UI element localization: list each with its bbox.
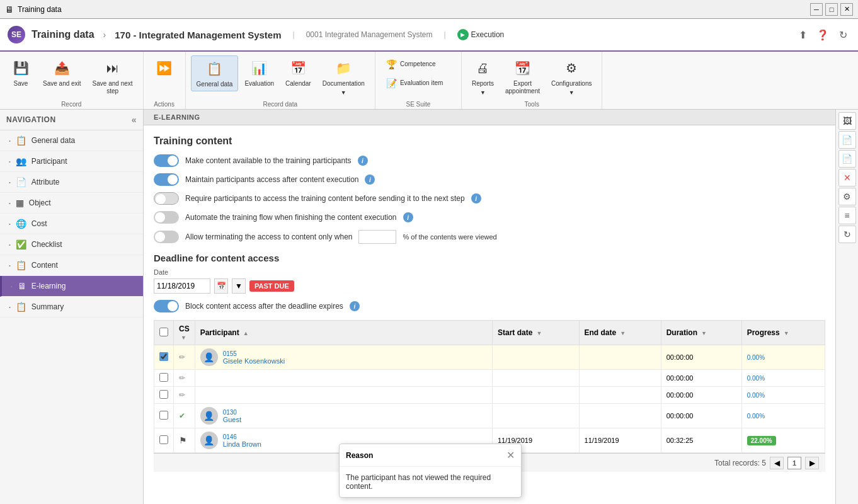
title-bar: 🖥 Training data ─ □ ✕ bbox=[0, 0, 858, 19]
table-row: ✏ 00:00:00 0.00% bbox=[154, 370, 825, 387]
row-progress-cell: 0.00% bbox=[741, 345, 825, 370]
cs-flag-icon[interactable]: ⚑ bbox=[179, 435, 187, 445]
cs-edit-icon[interactable]: ✏ bbox=[179, 391, 185, 399]
page-prev-button[interactable]: ◀ bbox=[770, 457, 784, 469]
page-next-button[interactable]: ▶ bbox=[805, 457, 819, 469]
select-all-checkbox[interactable] bbox=[159, 328, 168, 336]
rt-refresh-button[interactable]: ↻ bbox=[838, 226, 856, 243]
cs-check-icon[interactable]: ✔ bbox=[179, 411, 185, 420]
row-select-cell[interactable] bbox=[154, 404, 174, 428]
competence-button[interactable]: 🏆 Competence bbox=[380, 55, 456, 73]
toggle-require-access[interactable] bbox=[154, 192, 179, 205]
info-block-access[interactable]: i bbox=[350, 301, 360, 311]
participant-name[interactable]: Linda Brown bbox=[223, 440, 261, 448]
col-header-end-date[interactable]: End date ▼ bbox=[579, 321, 661, 345]
rt-list-button[interactable]: ≡ bbox=[838, 207, 856, 224]
sidebar-item-participant[interactable]: • 👥 Participant bbox=[0, 151, 143, 172]
info-automate-flow[interactable]: i bbox=[403, 212, 413, 222]
participant-nav-icon: 👥 bbox=[16, 156, 26, 166]
row-cs-cell[interactable]: ✏ bbox=[174, 370, 195, 387]
export-appointment-button[interactable]: 📆 Exportappointment bbox=[500, 55, 545, 98]
header-actions: ⬆ ❓ ↻ bbox=[795, 27, 850, 42]
toggle-block-access[interactable] bbox=[154, 300, 179, 312]
col-header-duration[interactable]: Duration ▼ bbox=[661, 321, 741, 345]
general-data-button[interactable]: 📋 General data bbox=[191, 55, 239, 91]
rt-close-button[interactable]: ✕ bbox=[838, 169, 856, 186]
help-button[interactable]: ❓ bbox=[815, 27, 830, 42]
save-next-button[interactable]: ⏭ Save and nextstep bbox=[88, 55, 138, 98]
toggle-make-available[interactable] bbox=[154, 154, 179, 167]
row-select-cell[interactable] bbox=[154, 345, 174, 370]
row-checkbox[interactable] bbox=[159, 352, 168, 361]
sidebar-item-summary[interactable]: • 📋 Summary bbox=[0, 297, 143, 318]
info-maintain-access[interactable]: i bbox=[365, 175, 375, 185]
participant-name[interactable]: Guest bbox=[223, 416, 241, 423]
save-exit-button[interactable]: 📤 Save and exit bbox=[38, 55, 86, 90]
date-clear-button[interactable]: ▼ bbox=[232, 278, 246, 294]
refresh-button[interactable]: ↻ bbox=[835, 27, 850, 42]
col-header-progress[interactable]: Progress ▼ bbox=[741, 321, 825, 345]
sidebar-item-attribute[interactable]: • 📄 Attribute bbox=[0, 172, 143, 193]
ribbon-record-data-label: Record data bbox=[188, 100, 372, 108]
sidebar-item-elearning[interactable]: • 🖥 E-learning bbox=[0, 276, 143, 297]
row-select-cell[interactable] bbox=[154, 428, 174, 453]
sidebar-collapse-button[interactable]: « bbox=[132, 115, 137, 125]
toggle-automate-flow[interactable] bbox=[154, 211, 179, 224]
reason-close-button[interactable]: ✕ bbox=[506, 449, 515, 461]
info-require-access[interactable]: i bbox=[471, 193, 481, 203]
evaluation-item-button[interactable]: 📝 Evaluation item bbox=[380, 74, 456, 92]
reports-button[interactable]: 🖨 Reports ▼ bbox=[467, 55, 499, 98]
toggle-allow-terminating[interactable] bbox=[154, 231, 179, 243]
sidebar-item-object[interactable]: • ▦ Object bbox=[0, 193, 143, 214]
maximize-button[interactable]: □ bbox=[825, 3, 838, 16]
percent-input[interactable] bbox=[358, 230, 396, 244]
row-checkbox[interactable] bbox=[159, 390, 168, 399]
row-progress-cell: 22.00% bbox=[741, 428, 825, 453]
evaluation-icon: 📊 bbox=[249, 58, 270, 78]
participant-name[interactable]: Gisele Kosenkowski bbox=[223, 357, 285, 365]
content-body: Training content Make content available … bbox=[144, 125, 835, 482]
cs-edit-icon[interactable]: ✏ bbox=[179, 374, 185, 382]
save-button[interactable]: 💾 Save bbox=[5, 55, 37, 90]
rt-view-button[interactable]: 🖼 bbox=[838, 112, 856, 130]
col-header-start-date[interactable]: Start date ▼ bbox=[493, 321, 580, 345]
execution-badge: ▶ Execution bbox=[457, 29, 505, 40]
sidebar-item-general-data[interactable]: • 📋 General data bbox=[0, 130, 143, 151]
general-data-icon: 📋 bbox=[204, 59, 224, 79]
row-cs-cell[interactable]: ✏ bbox=[174, 387, 195, 404]
date-input[interactable] bbox=[154, 278, 210, 294]
col-header-participant[interactable]: Participant ▲ bbox=[195, 321, 492, 345]
sidebar-item-content[interactable]: • 📋 Content bbox=[0, 255, 143, 276]
row-select-cell[interactable] bbox=[154, 370, 174, 387]
calendar-button[interactable]: 📅 Calendar bbox=[280, 55, 316, 90]
row-checkbox[interactable] bbox=[159, 411, 168, 420]
deadline-title: Deadline for content access bbox=[154, 253, 825, 263]
row-cs-cell[interactable]: ✔ bbox=[174, 404, 195, 428]
actions-skip-button[interactable]: ⏩ bbox=[149, 55, 180, 83]
rt-file-button[interactable]: 📄 bbox=[838, 131, 856, 149]
calendar-picker-button[interactable]: 📅 bbox=[214, 278, 228, 294]
progress-filled-badge: 22.00% bbox=[747, 436, 776, 445]
row-checkbox[interactable] bbox=[159, 435, 168, 444]
row-checkbox[interactable] bbox=[159, 373, 168, 382]
row-select-cell[interactable] bbox=[154, 387, 174, 404]
row-end-date-cell bbox=[579, 345, 661, 370]
cs-edit-icon[interactable]: ✏ bbox=[179, 353, 185, 362]
documentation-button[interactable]: 📁 Documentation ▼ bbox=[317, 55, 370, 98]
rt-file2-button[interactable]: 📄 bbox=[838, 150, 856, 168]
content-nav-icon: 📋 bbox=[16, 260, 26, 270]
sidebar-item-checklist[interactable]: • ✅ Checklist bbox=[0, 234, 143, 255]
nav-up-button[interactable]: ⬆ bbox=[795, 27, 810, 42]
evaluation-button[interactable]: 📊 Evaluation bbox=[239, 55, 279, 90]
info-make-available[interactable]: i bbox=[358, 156, 368, 166]
configurations-button[interactable]: ⚙ Configurations ▼ bbox=[546, 55, 597, 98]
close-button[interactable]: ✕ bbox=[840, 3, 853, 16]
row-cs-cell[interactable]: ⚑ bbox=[174, 428, 195, 453]
rt-config-button[interactable]: ⚙ bbox=[838, 188, 856, 205]
minimize-button[interactable]: ─ bbox=[810, 3, 823, 16]
toggle-maintain-access-label: Maintain participants access after conte… bbox=[185, 175, 358, 184]
row-cs-cell[interactable]: ✏ bbox=[174, 345, 195, 370]
toggle-maintain-access[interactable] bbox=[154, 173, 179, 186]
toggle-require-access-label: Require participants to access the train… bbox=[185, 194, 465, 203]
sidebar-item-cost[interactable]: • 🌐 Cost bbox=[0, 214, 143, 234]
